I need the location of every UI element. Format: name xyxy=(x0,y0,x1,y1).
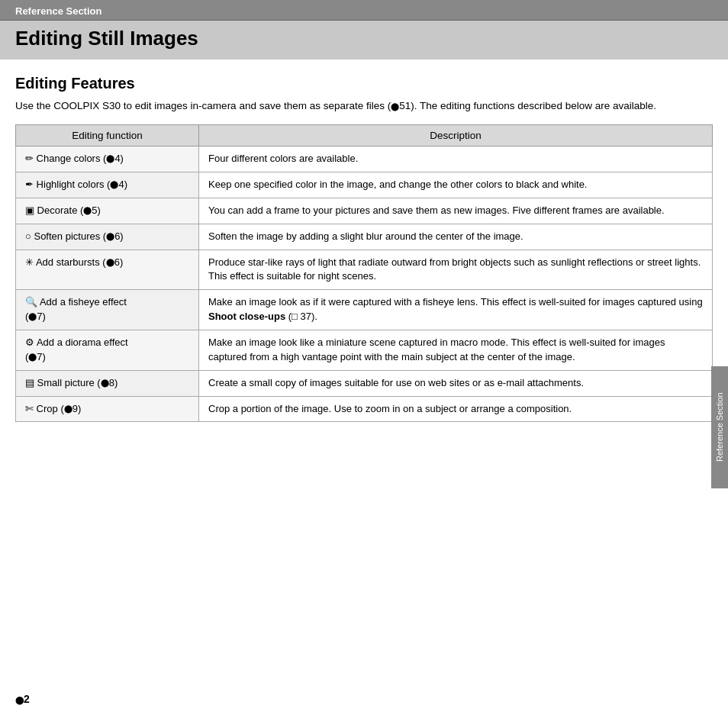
table-row: ✳ Add starbursts (⬤6) Produce star-like … xyxy=(16,250,713,290)
intro-text: Use the COOLPIX S30 to edit images in-ca… xyxy=(15,98,713,114)
function-icon: ▣ xyxy=(25,205,34,216)
function-cell: ⚙ Add a diorama effect(⬤7) xyxy=(16,330,199,371)
function-cell: ▤ Small picture (⬤8) xyxy=(16,370,199,396)
table-row: ✄ Crop (⬤9) Crop a portion of the image.… xyxy=(16,396,713,422)
function-icon: 🔍 xyxy=(25,296,37,308)
description-cell: Crop a portion of the image. Use to zoom… xyxy=(199,396,713,422)
table-row: 🔍 Add a fisheye effect(⬤7) Make an image… xyxy=(16,290,713,330)
side-tab-label: Reference Section xyxy=(715,393,724,462)
function-icon: ○ xyxy=(25,230,31,242)
page-title: Editing Still Images xyxy=(15,27,713,50)
function-icon: ✏ xyxy=(25,153,34,164)
description-cell: Make an image look like a miniature scen… xyxy=(199,330,713,371)
function-icon: ⚙ xyxy=(25,337,34,348)
page-number: ⬤2 xyxy=(15,693,30,705)
function-cell: ✏ Change colors (⬤4) xyxy=(16,147,199,172)
function-icon: ✄ xyxy=(25,403,34,414)
table-row: ▤ Small picture (⬤8) Create a small copy… xyxy=(16,370,713,396)
table-row: ⚙ Add a diorama effect(⬤7) Make an image… xyxy=(16,330,713,371)
table-row: ✒ Highlight colors (⬤4) Keep one specifi… xyxy=(16,172,713,198)
section-title: Editing Features xyxy=(15,75,713,92)
header-bar-title: Reference Section xyxy=(15,5,101,17)
features-table: Editing function Description ✏ Change co… xyxy=(15,124,713,422)
description-cell: Create a small copy of images suitable f… xyxy=(199,370,713,396)
table-row: ✏ Change colors (⬤4) Four different colo… xyxy=(16,147,713,172)
col2-header: Description xyxy=(199,125,713,147)
description-cell: Produce star-like rays of light that rad… xyxy=(199,250,713,290)
table-row: ○ Soften pictures (⬤6) Soften the image … xyxy=(16,224,713,250)
table-row: ▣ Decorate (⬤5) You can add a frame to y… xyxy=(16,198,713,224)
side-tab: Reference Section xyxy=(711,366,728,488)
function-cell: ○ Soften pictures (⬤6) xyxy=(16,224,199,250)
function-cell: ✳ Add starbursts (⬤6) xyxy=(16,250,199,290)
function-icon: ✒ xyxy=(25,179,34,190)
function-cell: 🔍 Add a fisheye effect(⬤7) xyxy=(16,290,199,330)
description-cell: Soften the image by adding a slight blur… xyxy=(199,224,713,250)
description-cell: You can add a frame to your pictures and… xyxy=(199,198,713,224)
page-title-section: Editing Still Images xyxy=(0,21,728,60)
function-cell: ✄ Crop (⬤9) xyxy=(16,396,199,422)
col1-header: Editing function xyxy=(16,125,199,147)
function-icon: ▤ xyxy=(25,377,34,388)
page-footer: ⬤2 xyxy=(15,693,30,705)
description-cell: Four different colors are available. xyxy=(199,147,713,172)
description-cell: Keep one specified color in the image, a… xyxy=(199,172,713,198)
main-content: Editing Features Use the COOLPIX S30 to … xyxy=(0,60,728,437)
function-icon: ✳ xyxy=(25,256,34,268)
header-bar: Reference Section xyxy=(0,0,728,21)
description-cell: Make an image look as if it were capture… xyxy=(199,290,713,330)
function-cell: ▣ Decorate (⬤5) xyxy=(16,198,199,224)
function-cell: ✒ Highlight colors (⬤4) xyxy=(16,172,199,198)
